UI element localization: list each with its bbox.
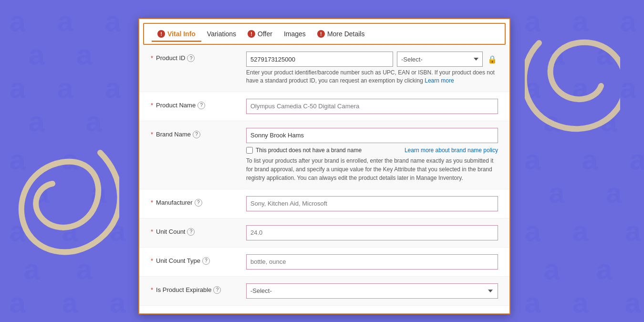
no-brand-label: This product does not have a brand name [256,147,362,154]
manufacturer-required: * [151,199,153,206]
brand-name-input[interactable] [246,128,498,143]
is-product-expirable-required: * [151,286,153,293]
unit-count-row: * Unit Count ? [139,218,509,248]
unit-count-help-icon[interactable]: ? [187,228,195,236]
right-swirl-icon [525,29,620,143]
offer-error-icon: ! [248,30,255,38]
unit-count-label: Unit Count [156,228,185,235]
product-name-help-icon[interactable]: ? [197,102,205,109]
product-id-learn-more-link[interactable]: Learn more [425,77,454,84]
product-name-label-col: * Product Name ? [151,99,246,109]
tab-vital-info-label: Vital Info [167,30,196,38]
is-product-expirable-field-col: -Select- Yes No [246,283,498,299]
tab-variations[interactable]: Variations [201,26,242,42]
tab-offer[interactable]: ! Offer [242,26,278,42]
tab-variations-label: Variations [207,30,236,38]
product-id-help-text: Enter your product identifier/barcode nu… [246,69,498,85]
unit-count-field-col [246,225,498,240]
unit-count-type-input[interactable] [246,254,498,270]
product-id-label: Product ID [156,54,185,62]
product-id-required: * [151,54,153,62]
vital-info-error-icon: ! [157,30,165,38]
brand-description: To list your products after your brand i… [246,156,498,182]
unit-count-type-label-col: * Unit Count Type ? [151,254,246,265]
manufacturer-help-icon[interactable]: ? [195,199,202,207]
unit-count-type-row: * Unit Count Type ? [139,248,509,277]
brand-name-required: * [151,131,153,138]
form-area: * Product ID ? -Select- UPC EAN ISBN 🔒 E… [139,45,509,313]
brand-name-field-col: This product does not have a brand name … [246,128,498,182]
product-id-lock-icon: 🔒 [487,53,498,65]
unit-count-type-label: Unit Count Type [156,257,200,264]
product-id-label-col: * Product ID ? [151,52,246,62]
unit-count-required: * [151,228,153,235]
product-name-label: Product Name [156,102,196,109]
is-product-expirable-label: Is Product Expirable [156,286,211,293]
tab-vital-info[interactable]: ! Vital Info [152,26,201,42]
manufacturer-field-col [246,196,498,211]
product-name-input[interactable] [246,99,498,114]
manufacturer-label-col: * Manufacturer ? [151,196,246,207]
product-id-field-col: -Select- UPC EAN ISBN 🔒 Enter your produ… [246,52,498,85]
is-product-expirable-label-col: * Is Product Expirable ? [151,283,246,294]
left-swirl-icon [14,138,119,262]
brand-name-label: Brand Name [156,131,191,138]
tab-images-label: Images [284,30,306,38]
product-id-inputs: -Select- UPC EAN ISBN 🔒 [246,52,498,67]
unit-count-type-help-icon[interactable]: ? [202,257,210,265]
tab-bar: ! Vital Info Variations ! Offer Images !… [143,23,506,45]
brand-learn-more-link[interactable]: Learn more about brand name policy [405,147,498,154]
no-brand-checkbox[interactable] [246,147,253,154]
tab-images[interactable]: Images [278,26,312,42]
product-name-required: * [151,102,153,109]
tab-offer-label: Offer [258,30,272,38]
unit-count-type-required: * [151,257,153,264]
unit-count-label-col: * Unit Count ? [151,225,246,236]
is-product-expirable-select[interactable]: -Select- Yes No [246,283,498,299]
brand-name-label-col: * Brand Name ? [151,128,246,138]
tab-more-details[interactable]: ! More Details [312,26,371,42]
tab-more-details-label: More Details [327,30,365,38]
brand-name-row: * Brand Name ? This product does not hav… [139,121,509,189]
is-product-expirable-row: * Is Product Expirable ? -Select- Yes No [139,277,509,306]
manufacturer-label: Manufacturer [156,199,193,206]
product-id-row: * Product ID ? -Select- UPC EAN ISBN 🔒 E… [139,45,509,92]
product-id-type-select[interactable]: -Select- UPC EAN ISBN [397,52,483,67]
unit-count-input[interactable] [246,225,498,240]
manufacturer-input[interactable] [246,196,498,211]
is-product-expirable-help-icon[interactable]: ? [213,286,221,294]
brand-name-help-icon[interactable]: ? [193,131,200,138]
no-brand-row: This product does not have a brand name … [246,147,498,154]
main-card: ! Vital Info Variations ! Offer Images !… [138,18,510,314]
more-details-error-icon: ! [317,30,325,38]
product-id-help-icon[interactable]: ? [187,54,195,62]
unit-count-type-field-col [246,254,498,270]
manufacturer-row: * Manufacturer ? [139,189,509,218]
product-name-row: * Product Name ? [139,92,509,121]
product-name-field-col [246,99,498,114]
product-id-input[interactable] [246,52,393,67]
